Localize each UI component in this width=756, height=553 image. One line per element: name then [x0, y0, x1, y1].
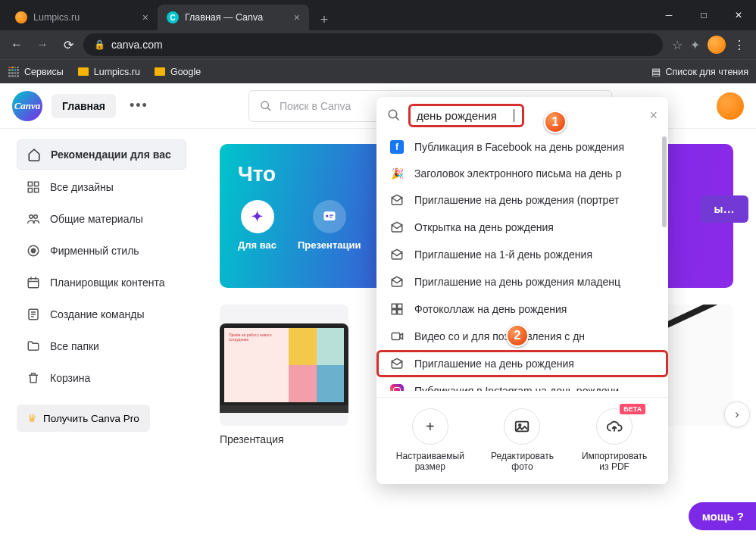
reading-list-button[interactable]: ▤ Список для чтения — [651, 66, 748, 77]
profile-avatar[interactable] — [708, 36, 726, 54]
category-presentations[interactable]: Презентации — [298, 200, 361, 251]
clear-icon[interactable]: × — [649, 108, 658, 123]
scrollbar[interactable] — [662, 136, 667, 227]
folder-icon — [77, 66, 89, 78]
extensions-icon[interactable]: ✦ — [690, 38, 700, 52]
url-text: canva.com — [111, 39, 163, 51]
close-icon[interactable]: × — [294, 11, 300, 23]
svg-point-30 — [519, 424, 521, 426]
grid-icon — [26, 180, 41, 194]
address-bar: ← → ⟳ 🔒 canva.com ☆ ✦ ⋮ — [0, 30, 756, 59]
svg-rect-28 — [392, 333, 400, 340]
bookmark-lumpics[interactable]: Lumpics.ru — [77, 66, 140, 78]
category-for-you[interactable]: ✦ Для вас — [238, 200, 276, 251]
people-icon — [26, 212, 41, 226]
card-thumbnail: Приём на работу нового сотрудника — [220, 305, 348, 426]
sparkle-icon: ✦ — [241, 200, 274, 233]
home-button[interactable]: Главная — [52, 94, 116, 118]
svg-rect-26 — [392, 310, 396, 314]
close-button[interactable]: ✕ — [721, 0, 756, 30]
svg-line-1 — [267, 108, 270, 111]
facebook-icon: f — [389, 140, 405, 154]
presentation-icon — [313, 200, 346, 233]
help-button[interactable]: мощь ? — [689, 502, 756, 530]
suggestion-item[interactable]: Приглашение на день рождения младенц — [376, 268, 668, 295]
favicon-lumpics — [15, 11, 27, 23]
calendar-icon — [26, 276, 41, 289]
window-controls: ─ □ ✕ — [651, 0, 756, 30]
home-icon — [27, 148, 42, 161]
svg-point-0 — [261, 102, 268, 108]
action-import-pdf[interactable]: БЕТА Импортироватьиз PDF — [573, 408, 656, 472]
action-custom-size[interactable]: + Настраиваемыйразмер — [389, 408, 472, 472]
more-button[interactable]: ••• — [125, 95, 153, 117]
get-pro-button[interactable]: ♛Получить Canva Pro — [17, 405, 150, 432]
user-avatar[interactable] — [717, 92, 744, 120]
tab-canva[interactable]: C Главная — Canva × — [158, 5, 309, 30]
tab-title: Lumpics.ru — [33, 12, 80, 23]
star-icon[interactable]: ☆ — [672, 38, 683, 52]
svg-rect-3 — [35, 182, 39, 186]
back-button[interactable]: ← — [6, 34, 27, 55]
search-input[interactable] — [417, 109, 514, 122]
sidebar-item-planner[interactable]: Планировщик контента — [17, 268, 186, 297]
svg-rect-10 — [28, 279, 39, 288]
suggestion-list: fПубликация в Facebook на день рождения … — [376, 133, 668, 391]
annotation-marker-1: 1 — [544, 111, 567, 133]
svg-rect-25 — [398, 304, 402, 308]
carousel-next-button[interactable]: › — [724, 401, 750, 427]
sidebar-item-brand[interactable]: ©Фирменный стиль — [17, 236, 186, 265]
canva-logo[interactable]: Canva — [12, 91, 42, 121]
suggestion-item[interactable]: fПубликация в Facebook на день рождения — [376, 133, 668, 161]
menu-icon[interactable]: ⋮ — [733, 38, 745, 52]
tab-lumpics[interactable]: Lumpics.ru × — [6, 5, 158, 30]
sidebar-item-team[interactable]: Создание команды — [17, 300, 186, 329]
close-icon[interactable]: × — [142, 11, 148, 23]
text-cursor — [514, 109, 514, 122]
tab-strip: Lumpics.ru × C Главная — Canva × + — [0, 0, 651, 30]
envelope-icon — [389, 193, 405, 207]
collage-icon — [389, 302, 405, 316]
suggestion-item-highlighted[interactable]: Приглашение на день рождения — [376, 350, 668, 377]
sidebar-item-recommendations[interactable]: Рекомендации для вас — [17, 139, 186, 170]
crown-icon: ♛ — [27, 412, 37, 424]
template-card-presentation[interactable]: Приём на работу нового сотрудника Презен… — [220, 305, 348, 445]
folder-icon — [26, 339, 41, 353]
svg-point-19 — [326, 215, 328, 217]
suggestion-item[interactable]: Открытка на день рождения — [376, 214, 668, 241]
envelope-icon — [389, 357, 405, 370]
sidebar-item-folders[interactable]: Все папки — [17, 332, 186, 361]
sidebar-item-trash[interactable]: Корзина — [17, 364, 186, 392]
annotation-marker-2: 2 — [506, 324, 529, 347]
bookmark-services[interactable]: Сервисы — [8, 66, 64, 78]
url-field[interactable]: 🔒 canva.com — [83, 33, 663, 56]
sidebar-item-shared[interactable]: Общие материалы — [17, 205, 186, 233]
reload-button[interactable]: ⟳ — [58, 34, 79, 55]
new-tab-button[interactable]: + — [314, 9, 335, 30]
sidebar: Рекомендации для вас Все дизайны Общие м… — [0, 129, 197, 553]
browser-chrome: Lumpics.ru × C Главная — Canva × + ─ □ ✕… — [0, 0, 756, 83]
action-edit-photo[interactable]: Редактироватьфото — [480, 408, 564, 472]
sidebar-item-all-designs[interactable]: Все дизайны — [17, 173, 186, 202]
apps-icon — [8, 66, 20, 78]
envelope-icon — [389, 275, 405, 289]
search-dropdown: × fПубликация в Facebook на день рождени… — [376, 97, 668, 484]
maximize-button[interactable]: □ — [686, 0, 721, 30]
svg-point-22 — [389, 110, 397, 118]
bookmark-google[interactable]: Google — [154, 66, 201, 78]
svg-rect-21 — [330, 217, 332, 217]
search-placeholder: Поиск в Canva — [280, 100, 351, 112]
svg-rect-4 — [28, 189, 32, 192]
suggestion-item[interactable]: 🎉Заголовок электронного письма на день р — [376, 161, 668, 186]
minimize-button[interactable]: ─ — [651, 0, 686, 30]
search-input-highlighted — [408, 104, 524, 127]
plus-icon: + — [412, 408, 448, 445]
suggestion-item[interactable]: Публикация в Instagram на день рождени — [376, 377, 668, 391]
svg-text:©: © — [31, 248, 36, 255]
suggestion-item[interactable]: Приглашение на день рождения (портрет — [376, 186, 668, 214]
envelope-icon — [389, 248, 405, 261]
create-design-button[interactable]: ы... — [700, 195, 748, 223]
suggestion-item[interactable]: Фотоколлаж на день рождения — [376, 295, 668, 323]
suggestion-item[interactable]: Приглашение на 1-й день рождения — [376, 241, 668, 268]
titlebar: Lumpics.ru × C Главная — Canva × + ─ □ ✕ — [0, 0, 756, 30]
